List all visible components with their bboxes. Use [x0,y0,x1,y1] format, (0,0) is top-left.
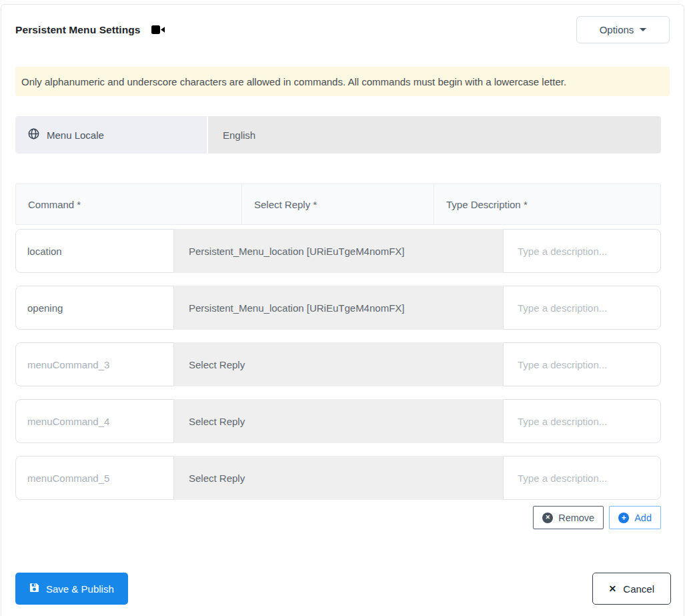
globe-icon [28,128,39,141]
select-reply-value-4: Select Reply [189,416,245,427]
commands-table-header: Command * Select Reply * Type Descriptio… [15,184,661,225]
remove-button-label: Remove [558,513,594,523]
options-button-label: Options [600,24,634,35]
select-reply-dropdown-1[interactable]: Persistent_Menu_location [URiEuTgeM4nomF… [174,229,503,273]
select-reply-dropdown-4[interactable]: Select Reply [174,399,503,443]
menu-locale-label-cell: Menu Locale [15,116,208,153]
cancel-button-label: Cancel [623,583,654,595]
save-publish-label: Save & Publish [46,583,114,595]
select-reply-dropdown-5[interactable]: Select Reply [174,456,503,500]
menu-locale-label: Menu Locale [47,129,104,141]
menu-locale-value: English [223,129,255,141]
command-input-4[interactable] [15,399,174,443]
persistent-menu-settings-panel: Persistent Menu Settings Options Only al… [1,4,684,616]
command-input-2[interactable] [15,286,174,330]
add-button-label: Add [634,513,652,523]
command-row-1: Persistent_Menu_location [URiEuTgeM4nomF… [15,229,661,273]
panel-footer: Save & Publish ✕ Cancel [15,573,671,605]
row-actions: ✕ Remove + Add [15,506,661,529]
select-reply-value-3: Select Reply [189,359,245,370]
cancel-x-icon: ✕ [609,583,617,594]
command-row-3: Select Reply [15,342,661,386]
column-header-command: Command * [16,184,242,224]
command-input-3[interactable] [15,342,174,386]
description-input-5[interactable] [503,456,661,500]
command-input-1[interactable] [15,229,174,273]
panel-header: Persistent Menu Settings Options [15,16,670,43]
select-reply-value-2: Persistent_Menu_location [URiEuTgeM4nomF… [189,302,404,314]
select-reply-dropdown-3[interactable]: Select Reply [174,342,503,386]
add-circle-plus-icon: + [618,513,629,523]
save-icon [29,583,39,595]
options-button[interactable]: Options [576,16,670,43]
column-header-select-reply: Select Reply * [242,184,434,224]
description-input-1[interactable] [503,229,661,273]
menu-locale-select[interactable]: English [208,116,661,153]
command-row-4: Select Reply [15,399,661,443]
video-camera-icon [151,25,165,35]
command-row-5: Select Reply [15,456,661,500]
description-input-3[interactable] [503,342,661,386]
chevron-down-icon [640,28,646,31]
command-row-2: Persistent_Menu_location [URiEuTgeM4nomF… [15,286,661,330]
select-reply-value-1: Persistent_Menu_location [URiEuTgeM4nomF… [189,246,404,257]
menu-locale-row: Menu Locale English [15,116,661,153]
column-header-type-description: Type Description * [434,184,660,224]
alert-text: Only alphanumeric and underscore charact… [21,76,566,87]
add-row-button[interactable]: + Add [609,506,661,529]
description-input-4[interactable] [503,399,661,443]
description-input-2[interactable] [503,286,661,330]
save-publish-button[interactable]: Save & Publish [15,573,128,605]
commands-rule-alert: Only alphanumeric and underscore charact… [15,67,670,96]
remove-circle-x-icon: ✕ [542,513,553,523]
remove-row-button[interactable]: ✕ Remove [533,506,604,529]
command-input-5[interactable] [15,456,174,500]
select-reply-dropdown-2[interactable]: Persistent_Menu_location [URiEuTgeM4nomF… [174,286,503,330]
cancel-button[interactable]: ✕ Cancel [592,573,671,605]
page-title: Persistent Menu Settings [15,24,141,36]
select-reply-value-5: Select Reply [189,473,245,484]
